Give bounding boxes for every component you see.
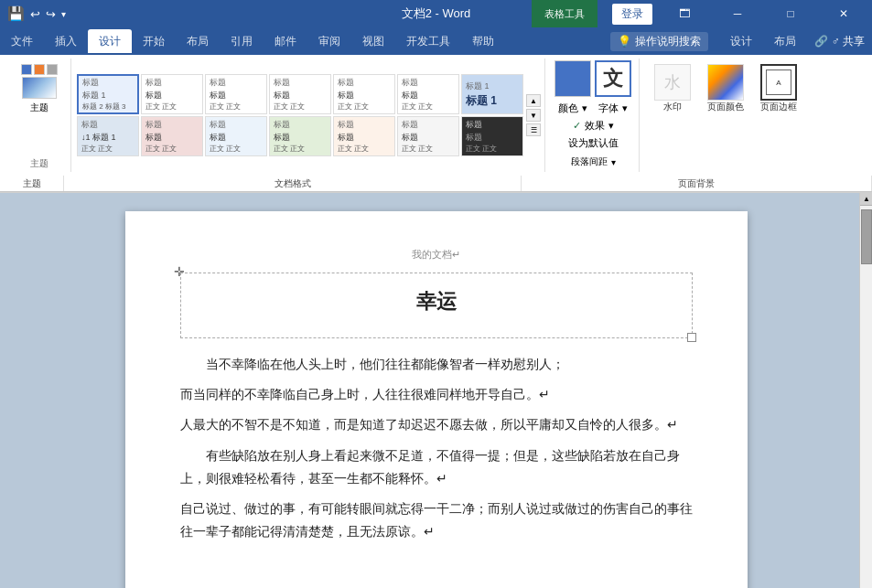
style-item-6[interactable]: 标题 标题正文 正文 <box>397 74 459 114</box>
tab-view[interactable]: 视图 <box>351 29 395 53</box>
style-scroll-more[interactable]: ☰ <box>526 123 541 136</box>
style-item-5[interactable]: 标题 标题正文 正文 <box>333 74 395 114</box>
color-dropdown[interactable]: #4472c4 颜色 ▾ <box>554 100 591 117</box>
watermark-icon: 水 <box>654 64 691 101</box>
paragraph-3: 人最大的不智不是不知道，而是知道了却迟迟不愿去做，所以平庸却又自怜的人很多。↵ <box>180 413 693 436</box>
themes-section-label: 主题 <box>30 155 48 170</box>
style-scroll-buttons: ▲ ▼ ☰ <box>526 94 541 136</box>
color-swatch-blue[interactable] <box>554 60 591 97</box>
share-icon: 🔗 <box>814 35 828 48</box>
title-bar: 💾 ↩ ↪ ▾ 文档2 - Word 表格工具 登录 🗔 ─ □ ✕ <box>0 0 872 27</box>
paragraph-2: 而当同样的不幸降临自己身上时，人往往很难同样地开导自己。↵ <box>180 383 693 406</box>
watermark-button[interactable]: 水 水印 <box>649 60 696 117</box>
effects-checkbox-icon: ✓ <box>573 120 581 132</box>
text-box[interactable]: ✛ 幸运 <box>180 273 693 338</box>
redo-icon[interactable]: ↪ <box>46 7 56 21</box>
themes-label: 主题 <box>0 176 64 191</box>
tab-help[interactable]: 帮助 <box>461 29 505 53</box>
style-item-11[interactable]: 标题 标题正文 正文 <box>269 116 331 156</box>
paragraph-4: 有些缺陷放在别人身上看起来微不足道，不值得一提；但是，这些缺陷若放在自己身上，则… <box>180 444 693 490</box>
effects-label: 效果 <box>585 119 605 133</box>
paragraph-5: 自己说过、做过的事，有可能转眼间就忘得一干二净；而别人说过或做过的伤害自己的事往… <box>180 497 693 543</box>
vertical-scrollbar[interactable]: ▲ ▼ <box>859 193 872 588</box>
effects-button[interactable]: ✓ 效果 ▾ <box>569 117 618 134</box>
palette-label: 颜色 <box>558 102 578 115</box>
color-swatch-text[interactable]: 文 <box>595 60 631 97</box>
tab-home[interactable]: 开始 <box>132 29 176 53</box>
style-scroll-down[interactable]: ▼ <box>526 109 541 122</box>
tab-review[interactable]: 审阅 <box>307 29 351 53</box>
table-tools-label: 表格工具 <box>532 0 597 27</box>
search-area[interactable]: 💡 操作说明搜索 <box>610 32 708 51</box>
font-dropdown[interactable]: 字体 ▾ <box>595 100 631 117</box>
font-label: 字体 <box>598 102 619 115</box>
search-label: 操作说明搜索 <box>635 34 701 49</box>
window-close-icon[interactable]: ✕ <box>823 0 865 27</box>
document-area[interactable]: 我的文档↵ ✛ 幸运 当不幸降临在他人头上时，他们往往都能像智者一样劝慰别人； … <box>0 193 872 588</box>
tab-design[interactable]: 设计 <box>88 29 132 53</box>
paragraph-spacing-button[interactable]: 段落间距 ▾ <box>567 154 619 170</box>
page-color-icon <box>707 64 744 101</box>
font-dropdown-icon: ▾ <box>622 102 628 114</box>
style-item-4[interactable]: 标题 标题正文 正文 <box>269 74 331 114</box>
style-item-14[interactable]: 标题 标题正文 正文 <box>461 116 523 156</box>
tab-insert[interactable]: 插入 <box>44 29 88 53</box>
palette-dropdown-icon: ▾ <box>582 102 587 114</box>
paragraph-1: 当不幸降临在他人头上时，他们往往都能像智者一样劝慰别人； <box>180 353 693 376</box>
window-maximize-icon[interactable]: □ <box>770 0 812 27</box>
style-scroll-up[interactable]: ▲ <box>526 94 541 107</box>
font-icon: 文 <box>603 65 623 92</box>
paragraph-spacing-dropdown: ▾ <box>611 157 616 167</box>
window-minimize-icon[interactable]: ─ <box>716 0 759 27</box>
title-bar-left: 💾 ↩ ↪ ▾ <box>7 5 66 22</box>
tab-layout[interactable]: 布局 <box>176 29 220 53</box>
style-item-10[interactable]: 标题 标题正文 正文 <box>205 116 267 156</box>
share-button[interactable]: 🔗 ♂ 共享 <box>814 34 865 49</box>
scroll-up-btn[interactable]: ▲ <box>860 193 872 206</box>
style-item-13[interactable]: 标题 标题正文 正文 <box>397 116 459 156</box>
styles-gallery: 标题 标题 1标题 2 标题 3 标题 标题正文 正文 标题 标题正文 正文 标… <box>73 59 545 172</box>
effects-dropdown-icon: ▾ <box>608 120 614 132</box>
style-item-8[interactable]: 标题 ↓1 标题 1正文 正文 <box>77 116 139 156</box>
page-background-section-label: 页面背景 <box>522 176 872 191</box>
style-item-7[interactable]: 标题 1 标题 1 <box>461 74 523 114</box>
style-item-3[interactable]: 标题 标题正文 正文 <box>205 74 267 114</box>
text-box-resize-handle[interactable] <box>687 333 696 342</box>
tab-file[interactable]: 文件 <box>0 29 44 53</box>
ribbon-page-bg-section: 水 水印 页面颜色 A 页面边框 <box>641 59 810 172</box>
ribbon-section-labels: 主题 文档格式 页面背景 <box>0 176 872 192</box>
set-default-label: 设为默认值 <box>568 136 619 150</box>
share-label: ♂ 共享 <box>832 34 865 49</box>
style-item-12[interactable]: 标题 标题正文 正文 <box>333 116 395 156</box>
undo-icon[interactable]: ↩ <box>30 7 40 21</box>
window-restore-icon[interactable]: 🗔 <box>663 0 705 27</box>
customize-icon[interactable]: ▾ <box>61 9 66 19</box>
quick-access-toolbar: 💾 ↩ ↪ ▾ <box>7 5 66 22</box>
ribbon: 主题 主题 标题 标题 1标题 2 标题 3 标题 标题正文 正文 标题 标题正… <box>0 55 872 193</box>
tab-references[interactable]: 引用 <box>220 29 264 53</box>
ribbon-tabs: 文件 插入 设计 开始 布局 引用 邮件 审阅 视图 开发工具 帮助 💡 操作说… <box>0 27 872 55</box>
doc-format-section-label: 文档格式 <box>64 176 522 191</box>
style-item-2[interactable]: 标题 标题正文 正文 <box>141 74 203 114</box>
page-border-label: 页面边框 <box>760 101 797 113</box>
tab-mailings[interactable]: 邮件 <box>264 29 307 53</box>
lightbulb-icon: 💡 <box>618 35 631 48</box>
tab-table-design[interactable]: 设计 <box>719 29 763 53</box>
document-page: 我的文档↵ ✛ 幸运 当不幸降临在他人头上时，他们往往都能像智者一样劝慰别人； … <box>125 211 748 588</box>
theme-button[interactable]: 主题 <box>16 60 63 118</box>
save-icon[interactable]: 💾 <box>7 5 25 22</box>
login-button[interactable]: 登录 <box>612 4 652 25</box>
text-box-move-handle[interactable]: ✛ <box>172 264 187 279</box>
document-title: 文档2 - Word <box>402 5 471 22</box>
page-border-button[interactable]: A 页面边框 <box>755 60 802 117</box>
tab-table-layout[interactable]: 布局 <box>763 29 807 53</box>
page-color-button[interactable]: 页面颜色 <box>702 60 749 117</box>
style-item-9[interactable]: 标题 标题正文 正文 <box>141 116 203 156</box>
watermark-label: 水印 <box>663 101 682 113</box>
doc-title: 幸运 <box>188 288 684 315</box>
style-item-normal[interactable]: 标题 标题 1标题 2 标题 3 <box>77 74 139 114</box>
theme-label: 主题 <box>30 102 48 114</box>
scroll-thumb[interactable] <box>861 209 872 264</box>
tab-developer[interactable]: 开发工具 <box>395 29 461 53</box>
set-default-button[interactable]: 设为默认值 <box>565 134 622 152</box>
